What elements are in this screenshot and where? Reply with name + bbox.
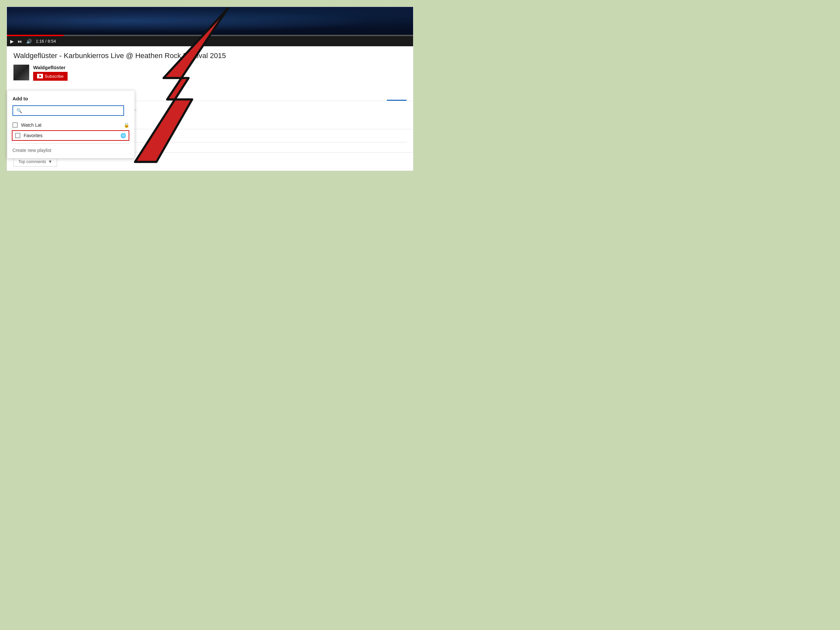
volume-button[interactable]: 🔊 <box>26 39 32 44</box>
play-button[interactable]: ▶ <box>10 39 14 44</box>
favorites-checkbox[interactable] <box>15 133 21 138</box>
video-player: ▶ ⏭ 🔊 1:16 / 8:54 <box>7 7 413 46</box>
subscribe-button[interactable]: Subscribe <box>33 72 68 81</box>
progress-bar[interactable] <box>7 35 413 36</box>
time-display: 1:16 / 8:54 <box>36 39 56 44</box>
tab-underline <box>387 100 407 101</box>
add-to-dropdown: Add to 🔍 Watch Lat 🔒 Favorites 🌐 <box>7 90 135 158</box>
subscribe-label: Subscribe <box>45 74 64 79</box>
video-background <box>7 7 413 35</box>
create-playlist-button[interactable]: Create new playlist <box>13 144 129 153</box>
action-bar: + Add to ↗ Share Add to 🔍 Watch Lat 🔒 <box>7 90 413 101</box>
dropdown-title: Add to <box>13 96 129 101</box>
favorites-item[interactable]: Favorites 🌐 <box>12 130 129 141</box>
search-icon: 🔍 <box>16 108 22 113</box>
next-button[interactable]: ⏭ <box>18 39 22 44</box>
video-info: Waldgeflüster - Karbunkierros Live @ Hea… <box>7 46 413 90</box>
channel-name: Waldgeflüster <box>33 65 68 70</box>
channel-row: Waldgeflüster Subscribe <box>13 65 407 81</box>
video-title: Waldgeflüster - Karbunkierros Live @ Hea… <box>13 51 407 61</box>
favorites-label: Favorites <box>24 133 117 138</box>
playlist-search-input[interactable] <box>24 108 120 113</box>
search-input-row[interactable]: 🔍 <box>13 105 124 116</box>
lock-icon: 🔒 <box>124 122 129 128</box>
watch-later-item[interactable]: Watch Lat 🔒 <box>13 120 129 130</box>
channel-avatar <box>13 65 29 81</box>
watch-later-checkbox[interactable] <box>13 122 18 128</box>
watch-later-label: Watch Lat <box>21 122 120 128</box>
top-comments-label: Top comments <box>18 159 46 164</box>
youtube-icon <box>37 74 43 79</box>
progress-fill <box>7 35 64 36</box>
chevron-down-icon: ▼ <box>48 159 52 164</box>
video-controls: ▶ ⏭ 🔊 1:16 / 8:54 <box>7 36 413 46</box>
globe-icon: 🌐 <box>120 133 126 138</box>
